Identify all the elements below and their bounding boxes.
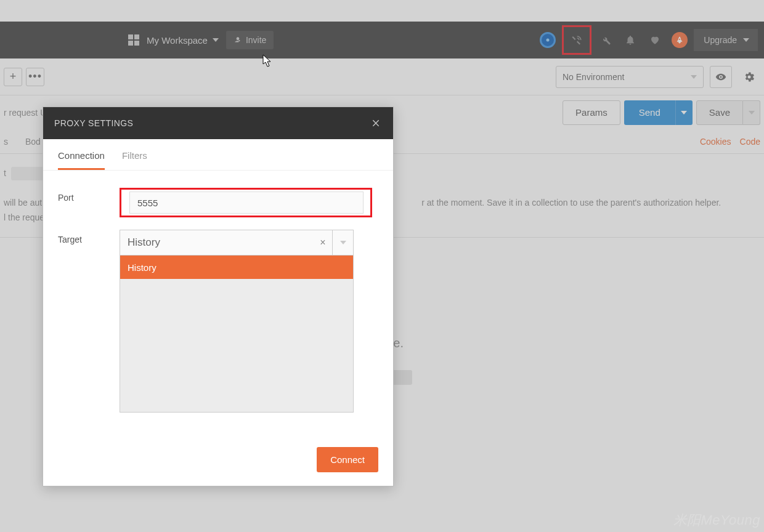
target-dropdown-toggle[interactable] — [332, 230, 353, 255]
target-selected-value: History — [120, 236, 314, 249]
modal-header: PROXY SETTINGS — [43, 107, 393, 139]
invite-button[interactable]: Invite — [226, 31, 274, 49]
upgrade-button[interactable]: Upgrade — [694, 29, 758, 51]
new-tab-button[interactable]: + — [4, 68, 22, 86]
environment-value: No Environment — [563, 72, 624, 82]
tab-fragment[interactable]: s — [4, 137, 8, 147]
port-input[interactable] — [129, 191, 364, 214]
proxy-satellite-icon[interactable] — [562, 25, 591, 55]
params-button[interactable]: Params — [563, 100, 620, 125]
tab-body-fragment[interactable]: Bod — [25, 137, 41, 147]
tab-connection[interactable]: Connection — [58, 150, 105, 170]
workspace-dropdown[interactable]: My Workspace — [147, 35, 219, 46]
chevron-down-icon — [691, 75, 697, 79]
notifications-bell-icon[interactable] — [620, 30, 641, 50]
eye-icon — [715, 71, 726, 83]
save-dropdown-button[interactable] — [743, 100, 760, 125]
modal-title: PROXY SETTINGS — [54, 118, 133, 128]
send-button[interactable]: Send — [624, 100, 675, 125]
environment-quick-look-button[interactable] — [710, 66, 732, 88]
url-placeholder-fragment: r request U — [4, 108, 46, 118]
port-highlight — [120, 188, 372, 217]
watermark-text: 米阳MeYoung — [673, 511, 760, 530]
chevron-down-icon — [681, 111, 687, 115]
toolbar: + ••• No Environment — [0, 58, 764, 95]
invite-user-icon — [234, 36, 242, 44]
sync-icon[interactable] — [537, 30, 558, 50]
settings-button[interactable] — [738, 66, 760, 88]
invite-label: Invite — [246, 35, 266, 45]
code-link[interactable]: Code — [740, 137, 760, 147]
svg-point-0 — [547, 39, 550, 42]
close-icon — [371, 118, 381, 128]
tab-filters[interactable]: Filters — [122, 150, 147, 170]
save-button[interactable]: Save — [696, 100, 743, 125]
environment-select[interactable]: No Environment — [556, 66, 704, 88]
modal-tabs: Connection Filters — [43, 139, 393, 171]
rocket-launch-icon[interactable] — [669, 30, 690, 50]
apps-grid-icon[interactable] — [128, 34, 139, 46]
workspace-name: My Workspace — [147, 35, 208, 46]
target-select[interactable]: History × — [120, 230, 354, 256]
heart-icon[interactable] — [644, 30, 665, 50]
chevron-down-icon — [340, 241, 346, 244]
target-clear-button[interactable]: × — [314, 237, 332, 248]
proxy-settings-modal: PROXY SETTINGS Connection Filters Port T… — [43, 107, 394, 486]
upgrade-label: Upgrade — [704, 35, 737, 45]
wrench-icon[interactable] — [595, 30, 616, 50]
cookies-link[interactable]: Cookies — [700, 137, 731, 147]
more-options-button[interactable]: ••• — [26, 68, 44, 86]
target-label: Target — [58, 230, 120, 244]
target-options-list: History — [120, 256, 354, 413]
app-header: My Workspace Invite Upgrade — [0, 22, 764, 58]
modal-close-button[interactable] — [370, 117, 382, 129]
chevron-down-icon — [743, 38, 749, 42]
chevron-down-icon — [749, 111, 755, 115]
gear-icon — [743, 71, 755, 83]
connect-button[interactable]: Connect — [317, 447, 378, 472]
target-option-history[interactable]: History — [120, 256, 353, 279]
port-label: Port — [58, 188, 120, 203]
send-dropdown-button[interactable] — [675, 100, 693, 125]
chevron-down-icon — [213, 38, 219, 42]
